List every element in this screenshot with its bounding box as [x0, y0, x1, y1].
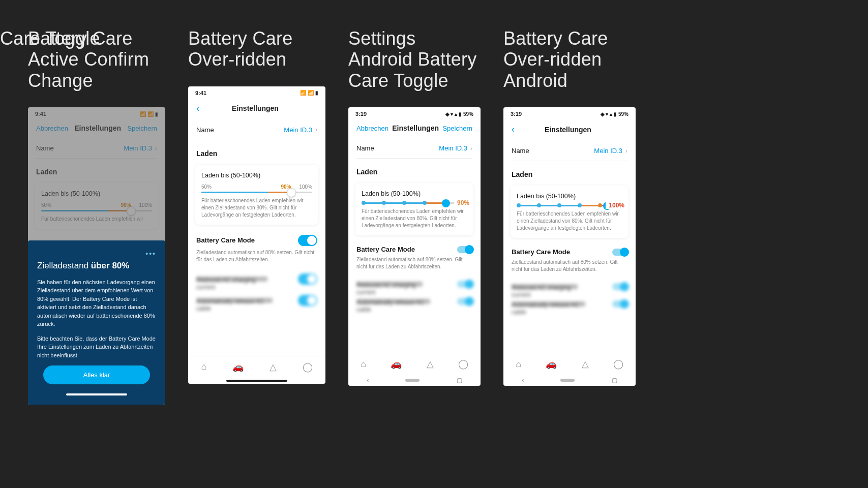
slider-value: 90% [454, 199, 469, 206]
sheet-heading: Zielladestand über 80% [37, 261, 156, 271]
tabbar: ⌂ 🚗 △ ◯ [503, 353, 636, 374]
chevron-right-icon: › [315, 126, 317, 133]
profile-icon[interactable]: ◯ [303, 361, 313, 373]
name-value[interactable]: Mein ID.3› [439, 144, 472, 152]
battery-care-label: Battery Care Mode [512, 248, 570, 256]
more-icon[interactable]: ••• [37, 250, 156, 258]
sheet-body-2: Bitte beachten Sie, dass der Battery Car… [37, 334, 156, 360]
profile-icon[interactable]: ◯ [613, 358, 623, 370]
android-recent-icon[interactable]: ▢ [457, 377, 462, 384]
nav-icon[interactable]: △ [270, 361, 277, 373]
battery-care-toggle[interactable] [612, 249, 627, 256]
battery-care-sub: Zielladestand automatisch auf 80% setzen… [188, 248, 325, 268]
chevron-right-icon: › [470, 145, 472, 152]
car-icon[interactable]: 🚗 [232, 361, 244, 373]
android-back-icon[interactable]: ‹ [367, 377, 369, 384]
car-icon[interactable]: 🚗 [546, 358, 557, 370]
slider-value: 100% [606, 202, 624, 209]
navbar-title: Einstellungen [232, 104, 279, 112]
name-label: Name [512, 147, 529, 155]
name-label: Name [356, 144, 374, 152]
profile-icon[interactable]: ◯ [458, 358, 468, 370]
column-title: Battery Care Over-ridden Android [503, 28, 636, 91]
android-back-icon[interactable]: ‹ [522, 377, 524, 384]
column-title: Settings Android Battery Care Toggle [348, 28, 481, 91]
slider-min: 50% [201, 184, 212, 190]
name-value[interactable]: Mein ID.3› [594, 147, 627, 155]
charge-card: Laden bis (50-100%) 90% Für batteriescho… [355, 183, 473, 235]
helper-text: Für batterieschonendes Laden empfehlen w… [517, 210, 622, 232]
android-navbar: ‹ ▢ [503, 374, 636, 386]
back-button[interactable]: ‹ [512, 124, 515, 135]
helper-text: Für batterieschonendes Laden empfehlen w… [362, 208, 467, 229]
phone-screen-android-override: 3:19 ◆ ▾ ▴ ▮ 59% ‹ Einstellungen Name Me… [503, 107, 636, 386]
save-button[interactable]: Speichern [442, 125, 472, 132]
section-charging: Laden [188, 140, 325, 162]
home-icon[interactable]: ⌂ [516, 359, 521, 370]
charge-card-title: Laden bis (50-100%) [362, 190, 467, 197]
android-home-icon[interactable] [560, 379, 575, 382]
charge-card: Laden bis (50-100%) 50% 90% 100% Für bat… [195, 165, 318, 225]
status-time: 9:41 [195, 90, 206, 96]
battery-care-toggle[interactable] [457, 246, 472, 253]
android-navbar: ‹ ▢ [348, 374, 481, 386]
section-charging: Laden [348, 159, 481, 180]
tabbar: ⌂ 🚗 △ ◯ [188, 356, 325, 377]
column-title: Battery Care Over-ridden [188, 28, 325, 70]
chevron-right-icon: › [625, 147, 627, 155]
section-charging: Laden [503, 161, 636, 182]
battery-care-sub: Zielladestand automatisch auf 80% setzen… [503, 258, 636, 278]
navbar-title: Einstellungen [392, 124, 439, 132]
status-icons: ◆ ▾ ▴ ▮ 59% [601, 111, 628, 117]
android-home-icon[interactable] [405, 379, 420, 382]
home-icon[interactable]: ⌂ [201, 361, 206, 372]
battery-care-label: Battery Care Mode [356, 246, 415, 253]
battery-care-label: Battery Care Mode [196, 236, 255, 244]
status-icons: 📶 📶 ▮ [300, 90, 318, 96]
name-value[interactable]: Mein ID.3› [284, 126, 317, 134]
status-time: 3:19 [511, 111, 522, 117]
charge-card-title: Laden bis (50-100%) [517, 193, 622, 200]
battery-care-toggle[interactable] [298, 235, 317, 246]
back-button[interactable]: ‹ [196, 103, 199, 114]
home-icon[interactable]: ⌂ [361, 359, 366, 370]
phone-screen-confirm: 9:41 📶 📶 ▮ Abbrechen Einstellungen Speic… [28, 107, 165, 405]
nav-icon[interactable]: △ [427, 358, 434, 370]
cancel-button[interactable]: Abbrechen [356, 125, 388, 132]
charge-card-title: Laden bis (50-100%) [201, 172, 312, 179]
helper-text: Für batterieschonendes Laden empfehlen w… [201, 197, 312, 219]
car-icon[interactable]: 🚗 [391, 358, 402, 370]
status-icons: ◆ ▾ ▴ ▮ 59% [445, 111, 473, 117]
phone-screen-override-ios: 9:41 📶 📶 ▮ ‹ Einstellungen Name Mein ID.… [188, 86, 325, 384]
charge-slider[interactable] [201, 192, 312, 193]
navbar-title: Einstellungen [545, 126, 591, 134]
confirm-sheet: ••• Zielladestand über 80% Sie haben für… [28, 240, 165, 405]
android-recent-icon[interactable]: ▢ [612, 377, 617, 384]
name-label: Name [196, 126, 214, 134]
sheet-body-1: Sie haben für den nächsten Ladevorgang e… [37, 278, 156, 328]
column-title: Battery Care Active Confirm Change [28, 28, 165, 91]
nav-icon[interactable]: △ [582, 358, 589, 370]
slider-max: 100% [299, 184, 312, 190]
phone-screen-android-toggle: 3:19 ◆ ▾ ▴ ▮ 59% Abbrechen Einstellungen… [348, 107, 481, 386]
battery-care-sub: Zielladestand automatisch auf 80% setzen… [348, 255, 481, 276]
tabbar: ⌂ 🚗 △ ◯ [348, 353, 481, 374]
charge-card: Laden bis (50-100%) 100% Für batteriesch… [511, 186, 628, 238]
status-time: 3:19 [355, 111, 367, 117]
confirm-button[interactable]: Alles klar [43, 365, 150, 384]
